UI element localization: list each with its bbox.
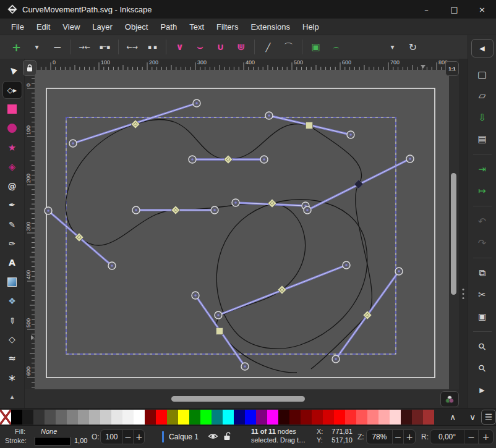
zoom-increase-button[interactable]: + [403,430,415,444]
menu-edit[interactable]: Edit [30,20,56,34]
corner-node-icon[interactable]: ∨ [169,38,190,56]
menu-extensions[interactable]: Extensions [244,20,296,34]
minimize-button[interactable]: – [413,0,440,19]
palette-swatch-008080[interactable] [212,410,223,425]
fill-value[interactable]: None [41,428,57,435]
collapse-commands-bar-button[interactable]: ◀ [471,39,494,57]
horizontal-scrollbar[interactable] [35,389,449,408]
expand-panel-icon[interactable]: ▶ [472,382,493,398]
palette-swatch-0000ff[interactable] [245,410,256,425]
palette-swatch-800000[interactable] [301,410,312,425]
smooth-node-icon[interactable]: ⌣ [190,38,210,56]
export-icon[interactable]: ↦ [472,183,493,199]
spray-tool[interactable]: ∗ [3,370,22,386]
print-icon[interactable]: ▤ [472,131,493,147]
palette-swatch-ff2a2a[interactable] [345,410,356,425]
zoom-drawing-icon[interactable]: ⚲ [472,360,493,376]
panel-splitter[interactable] [459,59,468,408]
palette-swatch-000080[interactable] [234,410,245,425]
palette-swatch-00ff00[interactable] [200,410,212,425]
menu-help[interactable]: Help [296,20,325,34]
menu-view[interactable]: View [56,20,86,34]
palette-swatch-999999[interactable] [78,410,89,425]
palette-swatch-1a1a1a[interactable] [22,410,33,425]
calligraphy-tool[interactable]: ✑ [3,235,22,252]
delete-segment-icon[interactable]: ▪ ▪ [142,38,163,56]
line-segment-icon[interactable]: ╱ [258,38,278,56]
horizontal-ruler[interactable]: 0100200300400500600700800 [35,59,449,70]
zoom-selection-icon[interactable]: ⚲ [472,339,493,355]
mesh-gradient-tool[interactable]: ❖ [3,293,22,310]
palette-scroll-up-icon[interactable]: ∧ [445,410,460,425]
palette-swatch-ff00ff[interactable] [267,410,278,425]
maximize-button[interactable]: □ [440,0,468,19]
star-tool[interactable]: ★ [3,139,22,156]
palette-swatch-4d4d4d[interactable] [45,410,56,425]
palette-swatch-a03030[interactable] [423,410,434,425]
paint-bucket-tool[interactable]: ◇ [3,331,22,348]
menu-layer[interactable]: Layer [86,20,119,34]
spiral-tool[interactable]: @ [3,177,22,194]
insert-node-dropdown[interactable]: ▾ [27,38,47,56]
open-document-icon[interactable]: ▱ [472,88,493,104]
vertical-ruler[interactable]: 0100200300400500600 [25,70,35,389]
save-document-icon[interactable]: ⇩ [472,109,493,125]
layer-unlock-icon[interactable] [223,431,231,441]
import-icon[interactable]: ⇥ [472,161,493,177]
opacity-decrease-button[interactable]: − [122,430,134,444]
more-tools-arrow[interactable]: ▲ [3,389,22,405]
curve-segment-icon[interactable]: ⌒ [278,38,299,56]
ellipse-tool[interactable] [3,120,22,137]
layer-name[interactable]: Calque 1 [169,433,199,441]
palette-swatch-ff0000[interactable] [334,410,345,425]
menu-path[interactable]: Path [154,20,183,34]
selector-tool[interactable]: ▶ [3,62,22,79]
close-button[interactable]: × [468,0,496,19]
symmetric-node-icon[interactable]: ∪ [210,38,231,56]
horizontal-scrollbar-thumb[interactable] [171,396,305,402]
paste-icon[interactable]: ▣ [472,308,493,324]
palette-swatch-ffaaaa[interactable] [378,410,390,425]
layer-visibility-eye-icon[interactable] [208,432,218,441]
node-tool[interactable]: ◇▸ [3,82,22,98]
color-managed-mode-icon[interactable] [440,391,459,407]
opacity-value[interactable]: 100 [101,430,122,444]
path-node-selected[interactable] [306,122,313,129]
snapping-toggle-icon[interactable]: ↻ [403,38,423,56]
gradient-tool[interactable] [3,274,22,290]
delete-node-icon[interactable]: − [47,38,67,56]
palette-swatch-cccccc[interactable] [100,410,111,425]
stroke-color-swatch[interactable] [35,437,71,446]
rotation-value[interactable]: 0,00° [430,430,464,444]
palette-swatch-808080[interactable] [67,410,78,425]
palette-menu-icon[interactable]: ☰ [481,410,496,425]
break-nodes-icon[interactable]: ←→ [122,38,142,56]
tweak-tool[interactable]: ≈ [3,350,22,367]
vertical-scrollbar-thumb[interactable] [451,173,456,295]
palette-swatch-f2f2f2[interactable] [122,410,134,425]
menu-text[interactable]: Text [183,20,210,34]
palette-swatch-666666[interactable] [56,410,67,425]
palette-swatch-ff0000[interactable] [156,410,167,425]
pencil-tool[interactable]: ✎ [3,216,22,233]
palette-swatch-b3b3b3[interactable] [89,410,100,425]
splitter-grip[interactable] [463,286,464,302]
rotation-decrease-button[interactable]: − [464,430,479,444]
palette-swatch-ffd5d5[interactable] [390,410,401,425]
zoom-value[interactable]: 78% [367,430,392,444]
path-node-selected[interactable] [216,328,223,335]
palette-swatch-00ffff[interactable] [223,410,234,425]
insert-node-icon[interactable]: + [6,38,27,56]
zoom-decrease-button[interactable]: − [392,430,404,444]
dropper-tool[interactable]: ✐ [3,312,22,329]
object-to-path-icon[interactable]: ▣ [306,38,326,56]
palette-swatch-none[interactable] [0,410,11,425]
auto-node-icon[interactable]: ⋓ [231,38,251,56]
cut-icon[interactable]: ✂ [472,287,493,303]
box3d-tool[interactable]: ◈ [3,158,22,175]
rectangle-tool[interactable] [3,101,22,117]
palette-swatch-3a0f0f[interactable] [401,410,412,425]
palette-swatch-808000[interactable] [167,410,178,425]
vertical-scrollbar[interactable] [449,70,459,389]
pen-tool[interactable]: ✒ [3,197,22,213]
